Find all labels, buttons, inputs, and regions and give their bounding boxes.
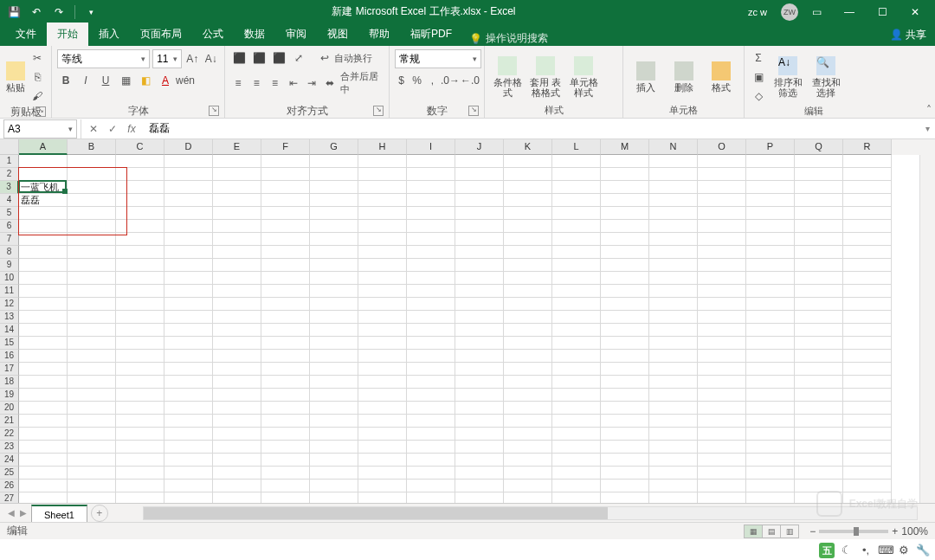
cell-D14[interactable]: [164, 324, 213, 337]
cell-N1[interactable]: [649, 155, 698, 168]
cell-L11[interactable]: [552, 285, 601, 298]
cell-C13[interactable]: [116, 311, 164, 324]
cell-L7[interactable]: [552, 233, 601, 246]
cell-O5[interactable]: [698, 207, 746, 220]
tray-tool-icon[interactable]: 🔧: [916, 544, 930, 557]
tray-keyboard-icon[interactable]: ⌨: [878, 544, 892, 557]
formula-input[interactable]: 磊磊: [144, 121, 919, 136]
cell-C24[interactable]: [116, 454, 164, 467]
cell-P9[interactable]: [746, 259, 795, 272]
undo-icon[interactable]: ↶: [28, 3, 45, 21]
cell-E21[interactable]: [213, 415, 261, 428]
cell-M11[interactable]: [601, 285, 649, 298]
cell-P26[interactable]: [746, 480, 795, 492]
col-header-I[interactable]: I: [407, 139, 455, 155]
horizontal-scrollbar[interactable]: [143, 506, 918, 520]
ime-indicator[interactable]: 五: [819, 543, 835, 558]
row-header-15[interactable]: 15: [0, 337, 19, 350]
middle-align-icon[interactable]: ⬛: [250, 49, 268, 67]
cell-H19[interactable]: [358, 389, 407, 402]
cell-P15[interactable]: [746, 337, 795, 350]
cell-C5[interactable]: [116, 207, 164, 220]
cell-I22[interactable]: [407, 428, 455, 441]
row-header-20[interactable]: 20: [0, 402, 19, 415]
cell-H12[interactable]: [358, 298, 407, 311]
cell-I13[interactable]: [407, 311, 455, 324]
redo-icon[interactable]: ↷: [50, 3, 68, 21]
row-header-11[interactable]: 11: [0, 285, 19, 298]
cell-B12[interactable]: [68, 298, 116, 311]
cell-I21[interactable]: [407, 415, 455, 428]
clipboard-dialog-icon[interactable]: ↘: [35, 106, 46, 117]
cell-Q22[interactable]: [795, 428, 843, 441]
cell-B11[interactable]: [68, 285, 116, 298]
cell-O17[interactable]: [698, 363, 746, 376]
cell-L2[interactable]: [552, 168, 601, 181]
cell-O26[interactable]: [698, 480, 746, 492]
cell-H22[interactable]: [358, 428, 407, 441]
cell-J26[interactable]: [455, 480, 504, 492]
cell-D8[interactable]: [164, 246, 213, 259]
cell-L9[interactable]: [552, 259, 601, 272]
cell-F1[interactable]: [261, 155, 310, 168]
cell-N4[interactable]: [649, 194, 698, 207]
cell-D27[interactable]: [164, 492, 213, 503]
cell-A18[interactable]: [19, 376, 68, 389]
cell-J25[interactable]: [455, 467, 504, 480]
cell-G3[interactable]: [310, 181, 358, 194]
cell-Q23[interactable]: [795, 441, 843, 454]
tab-review[interactable]: 审阅: [275, 23, 317, 46]
decrease-font-icon[interactable]: A↓: [203, 50, 220, 68]
cell-K26[interactable]: [504, 480, 552, 492]
cell-L17[interactable]: [552, 363, 601, 376]
cell-O27[interactable]: [698, 492, 746, 503]
cell-D12[interactable]: [164, 298, 213, 311]
cell-N7[interactable]: [649, 233, 698, 246]
cell-G17[interactable]: [310, 363, 358, 376]
cell-R2[interactable]: [843, 168, 892, 181]
row-header-6[interactable]: 6: [0, 220, 19, 233]
cell-Q20[interactable]: [795, 402, 843, 415]
name-box[interactable]: A3▾: [3, 119, 77, 138]
save-icon[interactable]: 💾: [5, 3, 23, 21]
cell-C19[interactable]: [116, 389, 164, 402]
cell-F27[interactable]: [261, 492, 310, 503]
zoom-in-icon[interactable]: +: [892, 525, 898, 537]
cell-M25[interactable]: [601, 467, 649, 480]
cell-G15[interactable]: [310, 337, 358, 350]
cell-M18[interactable]: [601, 376, 649, 389]
right-align-icon[interactable]: ≡: [267, 74, 282, 92]
decrease-indent-icon[interactable]: ⇤: [286, 74, 301, 92]
cell-J2[interactable]: [455, 168, 504, 181]
cell-Q8[interactable]: [795, 246, 843, 259]
cell-D19[interactable]: [164, 389, 213, 402]
cell-O24[interactable]: [698, 454, 746, 467]
cell-N21[interactable]: [649, 415, 698, 428]
number-dialog-icon[interactable]: ↘: [468, 106, 479, 116]
cell-A7[interactable]: [19, 233, 68, 246]
cell-L4[interactable]: [552, 194, 601, 207]
cell-E13[interactable]: [213, 311, 261, 324]
cell-Q11[interactable]: [795, 285, 843, 298]
cell-M10[interactable]: [601, 272, 649, 285]
cell-P10[interactable]: [746, 272, 795, 285]
cell-J9[interactable]: [455, 259, 504, 272]
cell-B9[interactable]: [68, 259, 116, 272]
cell-H13[interactable]: [358, 311, 407, 324]
cell-A19[interactable]: [19, 389, 68, 402]
cell-H11[interactable]: [358, 285, 407, 298]
italic-icon[interactable]: I: [77, 72, 94, 89]
collapse-ribbon-icon[interactable]: ˄: [926, 104, 932, 116]
row-header-8[interactable]: 8: [0, 246, 19, 259]
cell-A4[interactable]: 磊磊: [19, 194, 68, 207]
row-header-12[interactable]: 12: [0, 298, 19, 311]
cell-C17[interactable]: [116, 363, 164, 376]
cell-N13[interactable]: [649, 311, 698, 324]
cell-G21[interactable]: [310, 415, 358, 428]
cell-E12[interactable]: [213, 298, 261, 311]
cell-L13[interactable]: [552, 311, 601, 324]
cell-Q27[interactable]: [795, 492, 843, 503]
increase-font-icon[interactable]: A↑: [184, 50, 201, 68]
cell-K4[interactable]: [504, 194, 552, 207]
cell-J21[interactable]: [455, 415, 504, 428]
